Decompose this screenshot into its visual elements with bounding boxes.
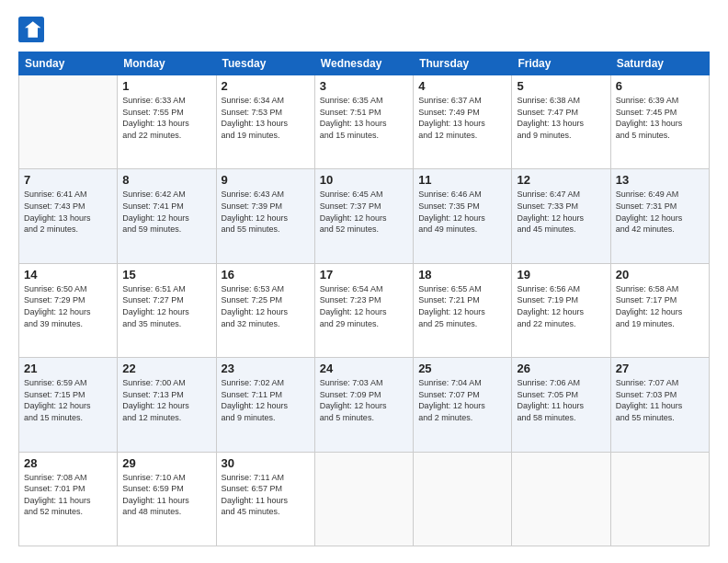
day-number: 17 [320, 268, 408, 282]
calendar-cell: 17Sunrise: 6:54 AM Sunset: 7:23 PM Dayli… [314, 263, 413, 357]
calendar-cell: 11Sunrise: 6:46 AM Sunset: 7:35 PM Dayli… [414, 169, 512, 263]
day-number: 20 [616, 268, 704, 282]
day-number: 26 [517, 362, 605, 375]
cell-text: Sunrise: 7:03 AM Sunset: 7:09 PM Dayligh… [320, 377, 408, 423]
cell-text: Sunrise: 6:59 AM Sunset: 7:15 PM Dayligh… [24, 377, 112, 423]
day-number: 12 [517, 173, 605, 187]
day-number: 28 [24, 456, 112, 470]
cell-text: Sunrise: 7:00 AM Sunset: 7:13 PM Dayligh… [122, 377, 210, 423]
day-number: 27 [616, 362, 704, 375]
weekday-header-sunday: Sunday [19, 52, 118, 75]
cell-text: Sunrise: 6:39 AM Sunset: 7:45 PM Dayligh… [616, 95, 704, 141]
weekday-header-tuesday: Tuesday [216, 52, 314, 75]
day-number: 9 [222, 173, 310, 187]
calendar-cell: 19Sunrise: 6:56 AM Sunset: 7:19 PM Dayli… [512, 263, 610, 357]
calendar-cell: 5Sunrise: 6:38 AM Sunset: 7:47 PM Daylig… [512, 75, 610, 169]
cell-text: Sunrise: 6:55 AM Sunset: 7:21 PM Dayligh… [418, 283, 506, 329]
cell-text: Sunrise: 7:11 AM Sunset: 6:57 PM Dayligh… [222, 472, 310, 518]
calendar-cell: 29Sunrise: 7:10 AM Sunset: 6:59 PM Dayli… [118, 452, 216, 546]
calendar-cell: 25Sunrise: 7:04 AM Sunset: 7:07 PM Dayli… [414, 358, 512, 452]
calendar-cell: 30Sunrise: 7:11 AM Sunset: 6:57 PM Dayli… [216, 452, 314, 546]
day-number: 14 [24, 268, 112, 282]
day-number: 13 [616, 173, 704, 187]
cell-text: Sunrise: 6:43 AM Sunset: 7:39 PM Dayligh… [222, 189, 310, 235]
calendar-cell [512, 452, 610, 546]
cell-text: Sunrise: 6:38 AM Sunset: 7:47 PM Dayligh… [517, 95, 605, 141]
calendar: SundayMondayTuesdayWednesdayThursdayFrid… [18, 52, 710, 546]
cell-text: Sunrise: 6:53 AM Sunset: 7:25 PM Dayligh… [222, 283, 310, 329]
cell-text: Sunrise: 7:10 AM Sunset: 6:59 PM Dayligh… [122, 472, 210, 518]
day-number: 15 [122, 268, 210, 282]
day-number: 3 [320, 79, 408, 93]
day-number: 7 [24, 173, 112, 187]
day-number: 30 [222, 456, 310, 470]
day-number: 25 [418, 362, 506, 375]
cell-text: Sunrise: 6:56 AM Sunset: 7:19 PM Dayligh… [517, 283, 605, 329]
cell-text: Sunrise: 6:46 AM Sunset: 7:35 PM Dayligh… [418, 189, 506, 235]
cell-text: Sunrise: 6:47 AM Sunset: 7:33 PM Dayligh… [517, 189, 605, 235]
calendar-cell: 8Sunrise: 6:42 AM Sunset: 7:41 PM Daylig… [118, 169, 216, 263]
day-number: 11 [418, 173, 506, 187]
cell-text: Sunrise: 6:49 AM Sunset: 7:31 PM Dayligh… [616, 189, 704, 235]
calendar-cell: 20Sunrise: 6:58 AM Sunset: 7:17 PM Dayli… [610, 263, 709, 357]
calendar-cell: 21Sunrise: 6:59 AM Sunset: 7:15 PM Dayli… [19, 358, 118, 452]
cell-text: Sunrise: 6:51 AM Sunset: 7:27 PM Dayligh… [122, 283, 210, 329]
calendar-cell: 1Sunrise: 6:33 AM Sunset: 7:55 PM Daylig… [118, 75, 216, 169]
day-number: 6 [616, 79, 704, 93]
weekday-header-wednesday: Wednesday [314, 52, 413, 75]
cell-text: Sunrise: 6:54 AM Sunset: 7:23 PM Dayligh… [320, 283, 408, 329]
calendar-cell: 12Sunrise: 6:47 AM Sunset: 7:33 PM Dayli… [512, 169, 610, 263]
weekday-header-thursday: Thursday [414, 52, 512, 75]
calendar-cell: 15Sunrise: 6:51 AM Sunset: 7:27 PM Dayli… [118, 263, 216, 357]
day-number: 18 [418, 268, 506, 282]
cell-text: Sunrise: 7:02 AM Sunset: 7:11 PM Dayligh… [222, 377, 310, 423]
cell-text: Sunrise: 7:04 AM Sunset: 7:07 PM Dayligh… [418, 377, 506, 423]
day-number: 29 [122, 456, 210, 470]
day-number: 23 [222, 362, 310, 375]
cell-text: Sunrise: 6:33 AM Sunset: 7:55 PM Dayligh… [122, 95, 210, 141]
logo [18, 17, 50, 42]
calendar-cell: 2Sunrise: 6:34 AM Sunset: 7:53 PM Daylig… [216, 75, 314, 169]
calendar-cell: 4Sunrise: 6:37 AM Sunset: 7:49 PM Daylig… [414, 75, 512, 169]
cell-text: Sunrise: 6:34 AM Sunset: 7:53 PM Dayligh… [222, 95, 310, 141]
calendar-cell [610, 452, 709, 546]
weekday-header-friday: Friday [512, 52, 610, 75]
calendar-cell: 6Sunrise: 6:39 AM Sunset: 7:45 PM Daylig… [610, 75, 709, 169]
calendar-cell: 10Sunrise: 6:45 AM Sunset: 7:37 PM Dayli… [314, 169, 413, 263]
calendar-cell [19, 75, 118, 169]
calendar-cell: 24Sunrise: 7:03 AM Sunset: 7:09 PM Dayli… [314, 358, 413, 452]
day-number: 16 [222, 268, 310, 282]
cell-text: Sunrise: 6:41 AM Sunset: 7:43 PM Dayligh… [24, 189, 112, 235]
calendar-cell: 13Sunrise: 6:49 AM Sunset: 7:31 PM Dayli… [610, 169, 709, 263]
day-number: 4 [418, 79, 506, 93]
day-number: 2 [222, 79, 310, 93]
cell-text: Sunrise: 6:35 AM Sunset: 7:51 PM Dayligh… [320, 95, 408, 141]
day-number: 5 [517, 79, 605, 93]
day-number: 8 [122, 173, 210, 187]
cell-text: Sunrise: 7:06 AM Sunset: 7:05 PM Dayligh… [517, 377, 605, 423]
calendar-cell: 23Sunrise: 7:02 AM Sunset: 7:11 PM Dayli… [216, 358, 314, 452]
cell-text: Sunrise: 7:08 AM Sunset: 7:01 PM Dayligh… [24, 472, 112, 518]
calendar-cell: 18Sunrise: 6:55 AM Sunset: 7:21 PM Dayli… [414, 263, 512, 357]
cell-text: Sunrise: 6:45 AM Sunset: 7:37 PM Dayligh… [320, 189, 408, 235]
day-number: 22 [122, 362, 210, 375]
calendar-cell: 3Sunrise: 6:35 AM Sunset: 7:51 PM Daylig… [314, 75, 413, 169]
calendar-cell [314, 452, 413, 546]
cell-text: Sunrise: 6:37 AM Sunset: 7:49 PM Dayligh… [418, 95, 506, 141]
calendar-cell: 14Sunrise: 6:50 AM Sunset: 7:29 PM Dayli… [19, 263, 118, 357]
day-number: 1 [122, 79, 210, 93]
cell-text: Sunrise: 6:50 AM Sunset: 7:29 PM Dayligh… [24, 283, 112, 329]
logo-icon [18, 17, 44, 42]
weekday-header-monday: Monday [118, 52, 216, 75]
day-number: 10 [320, 173, 408, 187]
calendar-cell: 27Sunrise: 7:07 AM Sunset: 7:03 PM Dayli… [610, 358, 709, 452]
cell-text: Sunrise: 6:42 AM Sunset: 7:41 PM Dayligh… [122, 189, 210, 235]
calendar-cell: 28Sunrise: 7:08 AM Sunset: 7:01 PM Dayli… [19, 452, 118, 546]
calendar-cell [414, 452, 512, 546]
calendar-cell: 26Sunrise: 7:06 AM Sunset: 7:05 PM Dayli… [512, 358, 610, 452]
calendar-cell: 9Sunrise: 6:43 AM Sunset: 7:39 PM Daylig… [216, 169, 314, 263]
day-number: 19 [517, 268, 605, 282]
weekday-header-saturday: Saturday [610, 52, 709, 75]
calendar-cell: 22Sunrise: 7:00 AM Sunset: 7:13 PM Dayli… [118, 358, 216, 452]
day-number: 21 [24, 362, 112, 375]
